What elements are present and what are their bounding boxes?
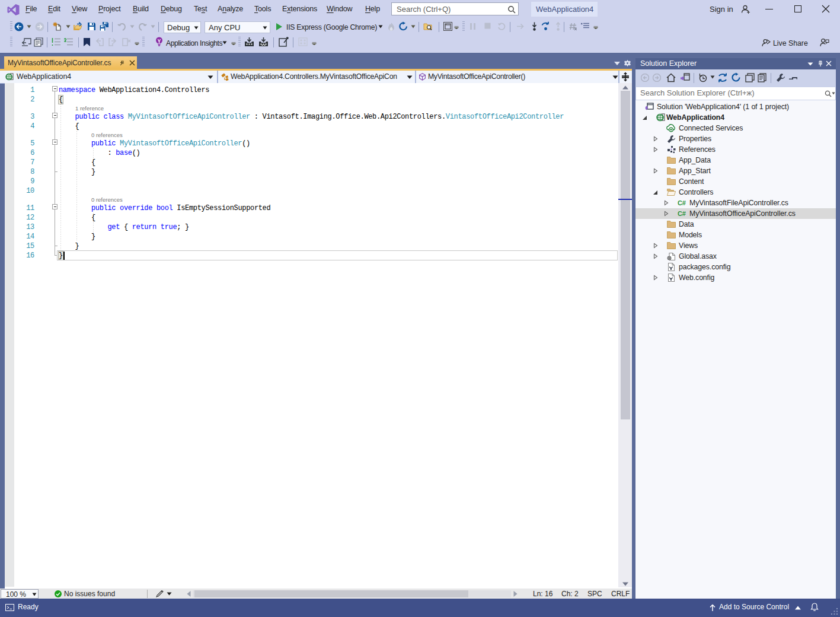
svg-text:C#: C# — [678, 199, 686, 206]
svg-text:C#: C# — [678, 210, 686, 217]
